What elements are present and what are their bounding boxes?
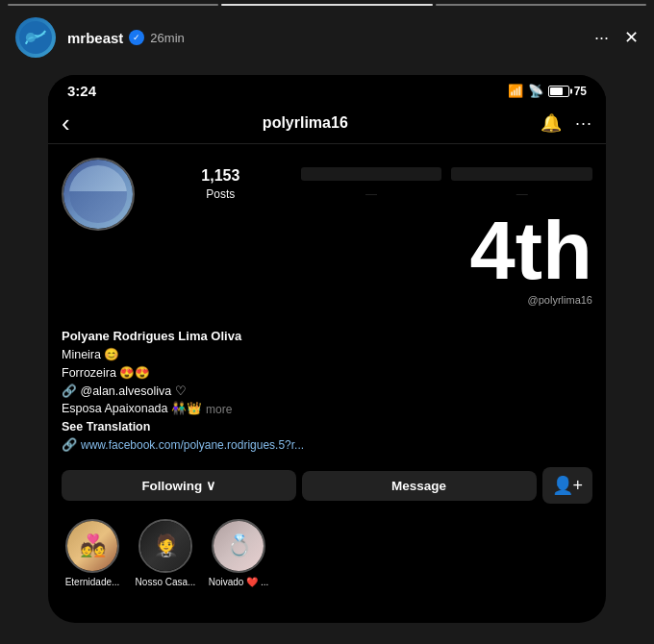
posts-label: Posts xyxy=(206,187,235,201)
action-buttons: Following ∨ Message 👤+ xyxy=(48,459,606,511)
verified-badge: ✓ xyxy=(129,30,144,45)
highlight-label-2: Nosso Casa... xyxy=(136,577,196,587)
bio-line1: Mineira 😊 xyxy=(62,346,592,364)
avatar[interactable] xyxy=(15,17,56,58)
story-actions: ··· ✕ xyxy=(594,27,639,48)
overlay-big-text: 4th xyxy=(470,210,593,291)
see-translation[interactable]: See Translation xyxy=(62,420,592,433)
phone-container: 3:24 📶 📡 75 ‹ polyrlima16 🔔 ··· xyxy=(0,69,654,644)
posts-stat: 1,153 Posts xyxy=(150,167,291,202)
message-button[interactable]: Message xyxy=(302,471,537,501)
bio-link[interactable]: 🔗 www.facebook.com/polyane.rodrigues.5?r… xyxy=(62,437,592,452)
following-button[interactable]: Following ∨ xyxy=(62,470,296,501)
followers-stat: — xyxy=(301,167,442,202)
highlight-circle-1: 💑 xyxy=(65,519,119,573)
progress-line-1 xyxy=(8,4,218,6)
highlight-image-3: 💍 xyxy=(214,521,264,571)
status-time: 3:24 xyxy=(67,83,96,99)
phone-mockup: 3:24 📶 📡 75 ‹ polyrlima16 🔔 ··· xyxy=(48,75,606,623)
ig-nav-dots[interactable]: ··· xyxy=(575,113,592,134)
story-more-button[interactable]: ··· xyxy=(594,28,609,48)
story-header: mrbeast ✓ 26min ··· ✕ xyxy=(0,6,654,69)
add-person-button[interactable]: 👤+ xyxy=(542,467,593,504)
ig-nav: ‹ polyrlima16 🔔 ··· xyxy=(48,103,606,144)
following-count xyxy=(451,167,592,181)
bio-more[interactable]: more xyxy=(206,401,232,418)
following-label: — xyxy=(516,187,528,201)
bio-section: Polyane Rodrigues Lima Oliva Mineira 😊 F… xyxy=(48,325,606,459)
ig-profile-username: polyrlima16 xyxy=(263,114,348,132)
highlight-1[interactable]: 💑 Eternidade... xyxy=(62,519,123,587)
followers-count xyxy=(301,167,442,181)
highlight-label-3: Noivado ❤️ ... xyxy=(209,577,269,587)
bio-line2: Forrozeira 😍😍 xyxy=(62,364,592,383)
battery-fill xyxy=(550,87,564,95)
wifi-icon: 📡 xyxy=(528,84,543,98)
bio-text: Mineira 😊 Forrozeira 😍😍 🔗 @alan.alvesoli… xyxy=(62,346,592,418)
bio-link-text: www.facebook.com/polyane.rodrigues.5?r..… xyxy=(81,438,304,452)
highlight-image-1: 💑 xyxy=(67,521,117,571)
highlight-circle-3: 💍 xyxy=(212,519,265,573)
highlights-section: 💑 Eternidade... 🤵 Nosso Casa... 💍 Noivad… xyxy=(48,511,606,595)
profile-stats: 1,153 Posts — — xyxy=(150,167,592,202)
ig-nav-right: 🔔 ··· xyxy=(541,112,592,134)
status-bar: 3:24 📶 📡 75 xyxy=(48,75,606,103)
progress-line-3 xyxy=(436,4,646,6)
profile-avatar[interactable] xyxy=(62,158,135,231)
battery-icon xyxy=(548,86,569,97)
highlight-3[interactable]: 💍 Noivado ❤️ ... xyxy=(208,519,269,587)
following-chevron: ∨ xyxy=(206,478,215,493)
signal-icon: 📶 xyxy=(508,84,523,98)
following-stat: — xyxy=(451,167,592,202)
following-label: Following xyxy=(141,479,202,493)
bio-line4: Esposa Apaixonada 👫👑 xyxy=(62,400,202,418)
ig-back-button[interactable]: ‹ xyxy=(62,111,70,136)
ig-bell-icon[interactable]: 🔔 xyxy=(541,112,562,134)
highlight-label-1: Eternidade... xyxy=(65,577,120,587)
progress-bars xyxy=(0,0,654,6)
progress-line-2 xyxy=(221,4,432,6)
add-person-icon: 👤+ xyxy=(552,475,584,496)
highlight-circle-2: 🤵 xyxy=(138,519,192,573)
story-username: mrbeast xyxy=(67,30,123,46)
bio-name: Polyane Rodrigues Lima Oliva xyxy=(62,329,592,343)
bio-line3: 🔗 @alan.alvesoliva ♡ xyxy=(62,383,592,401)
story-close-button[interactable]: ✕ xyxy=(624,27,639,48)
followers-label: — xyxy=(365,187,377,201)
highlight-image-2: 🤵 xyxy=(140,521,190,571)
status-icons: 📶 📡 75 xyxy=(508,84,587,98)
story-time: 26min xyxy=(150,31,184,45)
story-meta: mrbeast ✓ 26min xyxy=(67,30,583,46)
battery-percent: 75 xyxy=(574,85,587,98)
highlight-2[interactable]: 🤵 Nosso Casa... xyxy=(135,519,196,587)
posts-count: 1,153 xyxy=(150,167,291,185)
link-icon: 🔗 xyxy=(62,437,77,452)
